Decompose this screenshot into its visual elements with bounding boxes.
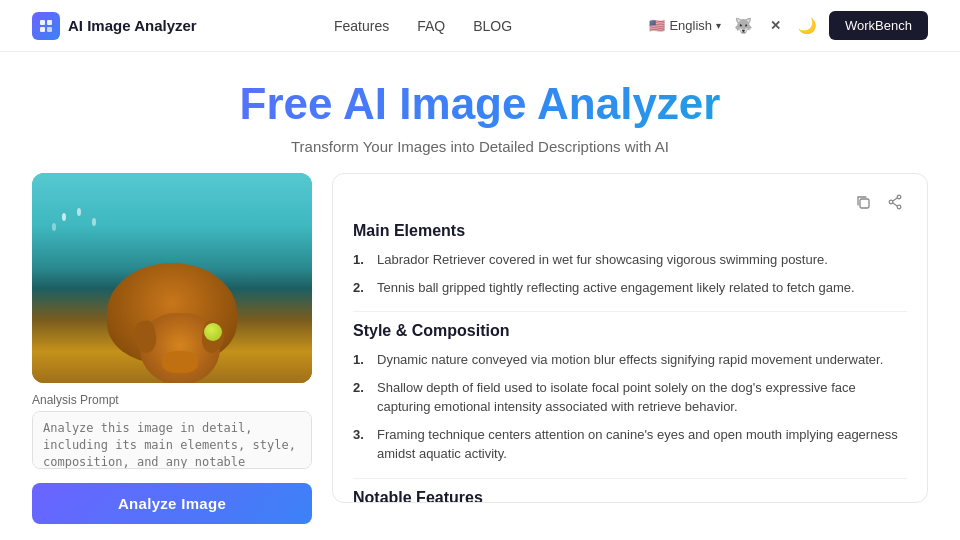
item-number: 1. <box>353 350 369 370</box>
tennis-ball <box>204 323 222 341</box>
svg-line-8 <box>893 198 898 201</box>
image-container <box>32 173 312 383</box>
analyze-button[interactable]: Analyze Image <box>32 483 312 524</box>
section-divider <box>353 478 907 479</box>
svg-point-6 <box>897 206 901 210</box>
list-item: 1. Labrador Retriever covered in wet fur… <box>353 250 907 270</box>
item-number: 2. <box>353 378 369 417</box>
language-selector[interactable]: 🇺🇸 English ▾ <box>649 18 721 33</box>
moon-icon[interactable]: 🌙 <box>797 16 817 36</box>
twitter-icon[interactable]: ✕ <box>765 16 785 36</box>
item-number: 3. <box>353 425 369 464</box>
chevron-down-icon: ▾ <box>716 20 721 31</box>
svg-point-5 <box>897 196 901 200</box>
water-drops <box>62 213 66 221</box>
logo-icon <box>32 12 60 40</box>
list-item: 3. Framing technique centers attention o… <box>353 425 907 464</box>
item-text: Shallow depth of field used to isolate f… <box>377 378 907 417</box>
style-list: 1. Dynamic nature conveyed via motion bl… <box>353 350 907 464</box>
analysis-prompt-input[interactable] <box>32 411 312 469</box>
nav-faq[interactable]: FAQ <box>417 18 445 34</box>
main-elements-list: 1. Labrador Retriever covered in wet fur… <box>353 250 907 297</box>
lang-label: English <box>669 18 712 33</box>
svg-rect-0 <box>40 20 45 25</box>
main-content: Analysis Prompt Analyze Image Main Eleme… <box>0 173 960 524</box>
dog-ear-left <box>131 320 158 355</box>
svg-point-7 <box>889 201 893 205</box>
nav-blog[interactable]: BLOG <box>473 18 512 34</box>
logo-text: AI Image Analyzer <box>68 17 197 34</box>
footer-section: Understand Your Images Better! <box>0 524 960 540</box>
list-item: 2. Tennis ball gripped tightly reflectin… <box>353 278 907 298</box>
item-text: Framing technique centers attention on c… <box>377 425 907 464</box>
flag-icon: 🇺🇸 <box>649 18 665 33</box>
panel-toolbar <box>353 190 907 214</box>
logo[interactable]: AI Image Analyzer <box>32 12 197 40</box>
hero-title: Free AI Image Analyzer <box>20 80 940 128</box>
style-title: Style & Composition <box>353 322 907 340</box>
svg-rect-2 <box>40 27 45 32</box>
nav-right: 🇺🇸 English ▾ 🐺 ✕ 🌙 WorkBench <box>649 11 928 40</box>
list-item: 1. Dynamic nature conveyed via motion bl… <box>353 350 907 370</box>
item-text: Tennis ball gripped tightly reflecting a… <box>377 278 855 298</box>
list-item: 2. Shallow depth of field used to isolat… <box>353 378 907 417</box>
nav-features[interactable]: Features <box>334 18 389 34</box>
section-divider <box>353 311 907 312</box>
notable-features-title: Notable Features <box>353 489 907 504</box>
nav-links: Features FAQ BLOG <box>334 18 512 34</box>
item-number: 1. <box>353 250 369 270</box>
svg-rect-3 <box>47 27 52 32</box>
copy-icon[interactable] <box>851 190 875 214</box>
main-elements-title: Main Elements <box>353 222 907 240</box>
results-panel: Main Elements 1. Labrador Retriever cove… <box>332 173 928 503</box>
prompt-label: Analysis Prompt <box>32 393 312 407</box>
navigation: AI Image Analyzer Features FAQ BLOG 🇺🇸 E… <box>0 0 960 52</box>
item-number: 2. <box>353 278 369 298</box>
workbench-button[interactable]: WorkBench <box>829 11 928 40</box>
item-text: Dynamic nature conveyed via motion blur … <box>377 350 883 370</box>
wolf-icon[interactable]: 🐺 <box>733 16 753 36</box>
dog-body <box>107 263 237 363</box>
svg-line-9 <box>893 203 898 206</box>
svg-rect-1 <box>47 20 52 25</box>
svg-rect-4 <box>860 199 869 208</box>
hero-section: Free AI Image Analyzer Transform Your Im… <box>0 52 960 173</box>
share-icon[interactable] <box>883 190 907 214</box>
item-text: Labrador Retriever covered in wet fur sh… <box>377 250 828 270</box>
left-panel: Analysis Prompt Analyze Image <box>32 173 312 524</box>
dog-image <box>32 173 312 383</box>
hero-subtitle: Transform Your Images into Detailed Desc… <box>20 138 940 155</box>
dog-snout <box>162 351 198 373</box>
